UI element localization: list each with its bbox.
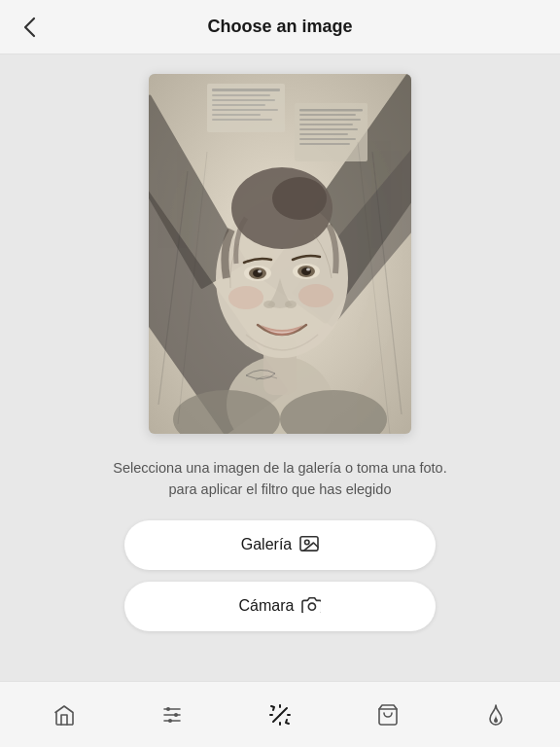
svg-rect-6 xyxy=(212,89,280,91)
svg-point-36 xyxy=(306,268,310,271)
svg-point-32 xyxy=(258,270,262,273)
nav-bag[interactable] xyxy=(334,693,442,737)
svg-rect-8 xyxy=(212,99,275,101)
svg-point-43 xyxy=(309,603,316,610)
svg-rect-18 xyxy=(299,128,358,130)
bag-icon xyxy=(375,702,401,728)
bottom-navigation xyxy=(0,681,560,747)
svg-point-51 xyxy=(279,714,281,716)
camera-icon xyxy=(301,595,321,618)
home-icon xyxy=(52,702,77,728)
camera-button[interactable]: Cámara xyxy=(124,582,436,631)
camera-label: Cámara xyxy=(239,597,295,615)
magic-icon xyxy=(267,702,293,728)
svg-rect-21 xyxy=(299,143,350,145)
page-title: Choose an image xyxy=(207,17,352,37)
action-buttons-container: Galería Cámara xyxy=(124,520,436,631)
description-text: Selecciona una imagen de la galería o to… xyxy=(113,457,446,501)
svg-point-28 xyxy=(272,177,327,220)
svg-point-47 xyxy=(166,707,170,711)
svg-point-49 xyxy=(168,719,172,723)
gallery-icon xyxy=(299,534,319,556)
svg-rect-7 xyxy=(212,94,270,96)
flame-icon xyxy=(483,702,508,728)
svg-rect-13 xyxy=(295,103,368,161)
nav-magic[interactable] xyxy=(226,693,333,737)
svg-point-39 xyxy=(228,286,263,309)
svg-rect-11 xyxy=(212,114,261,116)
svg-rect-10 xyxy=(212,109,278,111)
nav-home[interactable] xyxy=(10,693,118,737)
svg-point-48 xyxy=(174,713,178,717)
main-content: Selecciona una imagen de la galería o to… xyxy=(0,54,560,681)
svg-rect-19 xyxy=(299,133,348,135)
svg-rect-16 xyxy=(299,119,361,121)
svg-point-38 xyxy=(285,301,297,308)
svg-point-42 xyxy=(305,540,310,545)
svg-rect-9 xyxy=(212,104,265,106)
svg-rect-17 xyxy=(299,124,353,125)
svg-rect-15 xyxy=(299,114,356,116)
svg-point-40 xyxy=(298,284,333,307)
nav-flame[interactable] xyxy=(442,693,550,737)
gallery-button[interactable]: Galería xyxy=(124,520,436,570)
nav-filters[interactable] xyxy=(118,693,226,737)
svg-rect-20 xyxy=(299,138,356,140)
svg-rect-12 xyxy=(212,119,272,121)
filters-icon xyxy=(159,702,185,728)
gallery-label: Galería xyxy=(241,536,292,553)
svg-point-37 xyxy=(263,301,275,308)
back-button[interactable] xyxy=(16,9,45,46)
header: Choose an image xyxy=(0,0,560,54)
featured-image xyxy=(149,74,411,434)
svg-rect-14 xyxy=(299,109,363,112)
